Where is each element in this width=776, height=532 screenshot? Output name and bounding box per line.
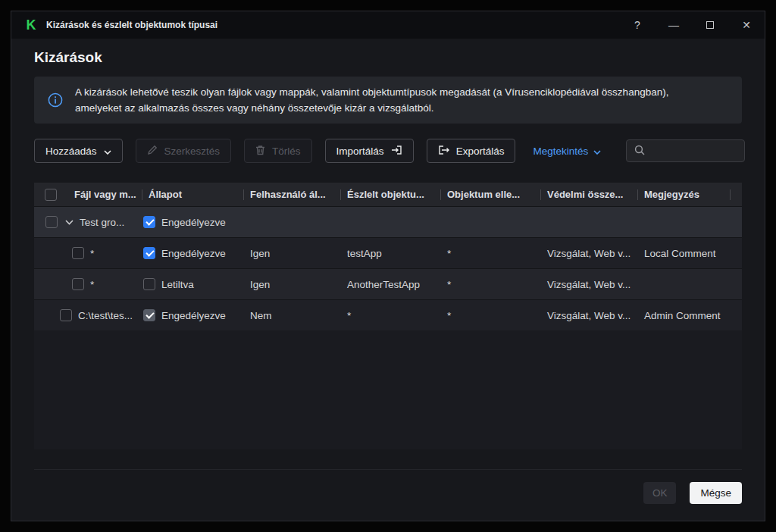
row-checkbox[interactable] (72, 278, 84, 290)
view-dropdown-label: Megtekintés (533, 146, 588, 157)
import-button-label: Importálás (336, 146, 384, 157)
maximize-icon (706, 21, 714, 29)
exclusion-name: C:\test\tes... (78, 310, 133, 321)
cell-user: Nem (243, 310, 340, 321)
table-header-row: Fájl vagy m... Állapot Felhasználó ál...… (34, 183, 742, 206)
exclusion-name: * (90, 248, 94, 259)
column-header-file[interactable]: Fájl vagy m... (67, 183, 142, 206)
delete-button-label: Törlés (272, 146, 301, 157)
maximize-button[interactable] (692, 11, 728, 39)
exclusions-dialog: K Kizárások és észlelt objektumok típusa… (11, 11, 765, 521)
cancel-button[interactable]: Mégse (690, 482, 742, 504)
cell-protection: Vizsgálat, Web v... (540, 310, 637, 321)
cell-protection: Vizsgálat, Web v... (540, 248, 637, 259)
page-title: Kizárások (34, 49, 742, 66)
add-button[interactable]: Hozzáadás (34, 139, 123, 163)
status-checkbox[interactable] (143, 247, 155, 259)
import-button[interactable]: Importálás (325, 139, 414, 163)
cell-object: * (440, 279, 540, 290)
minimize-button[interactable]: — (656, 11, 692, 39)
cell-object: * (440, 310, 540, 321)
table-row[interactable]: C:\test\tes... Engedélyezve Nem * * Vizs… (34, 299, 742, 330)
cell-user: Igen (243, 279, 340, 290)
delete-button[interactable]: Törlés (244, 139, 312, 163)
cell-detected: AnotherTestApp (340, 279, 440, 290)
status-label: Engedélyezve (161, 217, 226, 228)
dialog-content: Kizárások A kizárások lehetővé teszik ol… (11, 39, 765, 521)
info-banner-text: A kizárások lehetővé teszik olyan fájlok… (75, 84, 715, 116)
close-button[interactable]: ✕ (728, 11, 765, 39)
chevron-down-icon[interactable] (65, 220, 74, 225)
dialog-footer: OK Mégse (34, 469, 742, 504)
export-button[interactable]: Exportálás (427, 139, 516, 163)
add-button-label: Hozzáadás (45, 146, 97, 157)
row-checkbox[interactable] (60, 309, 72, 321)
cell-detected: testApp (340, 248, 440, 259)
status-checkbox[interactable] (143, 216, 155, 228)
column-header-status[interactable]: Állapot (142, 183, 243, 206)
info-icon (48, 92, 63, 108)
trash-icon (255, 145, 265, 158)
table-row[interactable]: * Engedélyezve Igen testApp * Vizsgálat,… (34, 237, 742, 268)
column-header-object-check[interactable]: Objektum elle... (440, 183, 540, 206)
column-header-comment[interactable]: Megjegyzés (637, 183, 730, 206)
table-row[interactable]: * Letiltva Igen AnotherTestApp * Vizsgál… (34, 268, 742, 299)
cell-object: * (440, 248, 540, 259)
select-all-checkbox[interactable] (45, 189, 57, 201)
row-checkbox[interactable] (72, 247, 84, 259)
cell-comment: Local Comment (637, 248, 730, 259)
titlebar[interactable]: K Kizárások és észlelt objektumok típusa… (11, 11, 765, 39)
status-checkbox[interactable] (143, 278, 155, 290)
column-header-detected-object[interactable]: Észlelt objektu... (340, 183, 440, 206)
chevron-down-icon (593, 146, 601, 157)
ok-button[interactable]: OK (643, 482, 677, 504)
chevron-down-icon (104, 146, 111, 157)
help-button[interactable]: ? (619, 11, 656, 39)
exclusion-name: * (90, 279, 94, 290)
pencil-icon (147, 145, 158, 158)
status-checkbox[interactable] (143, 309, 155, 321)
table-row-group[interactable]: Test gro... Engedélyezve (34, 206, 742, 237)
row-checkbox[interactable] (45, 216, 58, 228)
status-label: Engedélyezve (161, 248, 226, 259)
column-header-user[interactable]: Felhasználó ál... (243, 183, 340, 206)
cell-detected: * (340, 310, 440, 321)
cell-protection: Vizsgálat, Web v... (540, 279, 637, 290)
import-icon (391, 145, 402, 158)
cell-comment: Admin Comment (637, 310, 730, 321)
exclusions-table: Fájl vagy m... Állapot Felhasználó ál...… (34, 183, 742, 449)
export-button-label: Exportálás (456, 146, 505, 157)
window-controls: ? — ✕ (619, 11, 765, 39)
edit-button-label: Szerkesztés (164, 146, 221, 157)
search-icon (634, 145, 645, 158)
edit-button[interactable]: Szerkesztés (136, 139, 232, 163)
search-box (626, 139, 745, 162)
status-label: Letiltva (161, 279, 194, 290)
search-input[interactable] (651, 145, 737, 158)
status-label: Engedélyezve (161, 310, 226, 321)
window-title: Kizárások és észlelt objektumok típusai (46, 20, 217, 30)
cell-user: Igen (243, 248, 340, 259)
view-dropdown[interactable]: Megtekintés (528, 145, 605, 158)
column-header-gutter (730, 183, 742, 206)
column-header-protection[interactable]: Védelmi össze... (540, 183, 637, 206)
info-banner: A kizárások lehetővé teszik olyan fájlok… (34, 77, 742, 124)
toolbar: Hozzáadás Szerkesztés (34, 139, 742, 163)
kaspersky-logo-icon: K (23, 17, 39, 33)
export-icon (438, 145, 449, 158)
group-name: Test gro... (80, 217, 124, 228)
select-all-cell (34, 189, 67, 201)
